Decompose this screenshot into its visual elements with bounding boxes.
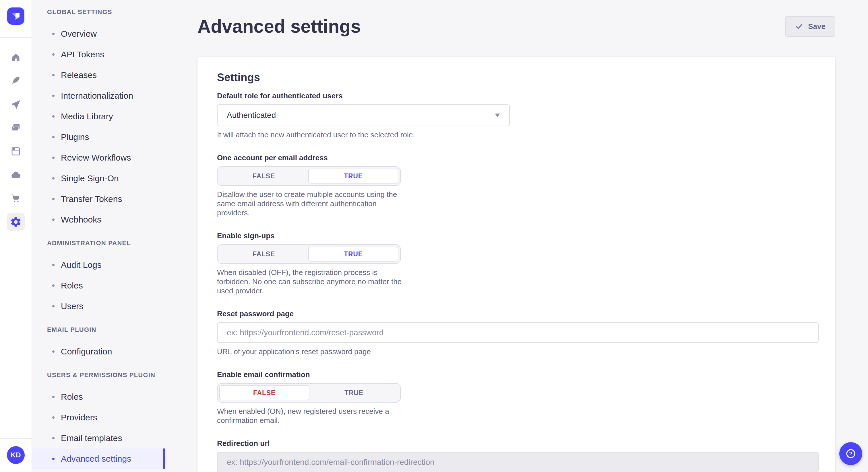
rail-icons bbox=[7, 38, 25, 438]
cloud-icon bbox=[10, 169, 22, 181]
sidebar-item-single-sign-on[interactable]: Single Sign-On bbox=[32, 168, 165, 189]
sidebar-item-releases[interactable]: Releases bbox=[32, 65, 165, 86]
sidebar-item-label: Users bbox=[61, 301, 83, 311]
bullet-icon bbox=[52, 350, 55, 353]
default-role-label: Default role for authenticated users bbox=[217, 91, 818, 100]
bullet-icon bbox=[52, 136, 55, 138]
nav-settings-button[interactable] bbox=[7, 213, 25, 231]
sidebar-section-administration-panel: Administration PanelAudit LogsRolesUsers bbox=[32, 239, 165, 316]
redirection-url-label: Redirection url bbox=[217, 439, 818, 448]
strapi-logo-button[interactable] bbox=[7, 7, 24, 25]
help-button[interactable]: ? bbox=[839, 442, 862, 465]
sidebar-item-advanced-settings[interactable]: Advanced settings bbox=[32, 448, 165, 469]
nav-rail: KD bbox=[0, 0, 32, 472]
bullet-icon bbox=[52, 416, 55, 419]
chevron-down-icon bbox=[495, 113, 500, 117]
content-manager-icon bbox=[10, 75, 22, 87]
sidebar-item-providers[interactable]: Providers bbox=[32, 407, 165, 428]
settings-card: Settings Default role for authenticated … bbox=[197, 57, 835, 472]
one-account-hint: Disallow the user to create multiple acc… bbox=[217, 190, 411, 217]
sidebar-section-title: Administration Panel bbox=[32, 239, 165, 247]
sidebar-item-media-library[interactable]: Media Library bbox=[32, 106, 165, 127]
home-icon bbox=[10, 52, 22, 63]
bullet-icon bbox=[52, 264, 55, 266]
sidebar-item-internationalization[interactable]: Internationalization bbox=[32, 86, 165, 106]
sidebar-item-configuration[interactable]: Configuration bbox=[32, 341, 165, 362]
media-library-icon bbox=[10, 122, 22, 134]
reset-password-input[interactable] bbox=[217, 322, 818, 343]
signups-true-option[interactable]: TRUE bbox=[308, 247, 398, 262]
one-account-true-option[interactable]: TRUE bbox=[308, 169, 398, 183]
bullet-icon bbox=[52, 74, 55, 76]
sidebar-item-label: Media Library bbox=[61, 111, 113, 121]
bullet-icon bbox=[52, 198, 55, 200]
sidebar-item-label: Roles bbox=[61, 392, 83, 402]
default-role-hint: It will attach the new authenticated use… bbox=[217, 130, 818, 139]
card-heading: Settings bbox=[217, 71, 818, 84]
sidebar-item-review-workflows[interactable]: Review Workflows bbox=[32, 147, 165, 168]
email-confirmation-label: Enable email confirmation bbox=[217, 370, 818, 379]
sidebar-item-overview[interactable]: Overview bbox=[32, 24, 165, 44]
default-role-select[interactable]: Authenticated bbox=[217, 104, 510, 126]
sidebar-item-label: Roles bbox=[61, 281, 83, 291]
gear-icon bbox=[10, 216, 22, 228]
signups-false-option[interactable]: FALSE bbox=[219, 247, 308, 262]
sidebar-item-api-tokens[interactable]: API Tokens bbox=[32, 44, 165, 65]
email-confirmation-toggle: FALSE TRUE bbox=[217, 383, 401, 403]
sidebar-item-users[interactable]: Users bbox=[32, 296, 165, 316]
nav-home-button[interactable] bbox=[7, 48, 25, 67]
nav-cloud-button[interactable] bbox=[7, 166, 25, 184]
sidebar-item-label: Transfer Tokens bbox=[61, 194, 122, 204]
one-account-false-option[interactable]: FALSE bbox=[219, 169, 308, 183]
sidebar-item-transfer-tokens[interactable]: Transfer Tokens bbox=[32, 189, 165, 209]
sidebar-section-global-settings: Global SettingsOverviewAPI TokensRelease… bbox=[32, 8, 165, 230]
bullet-icon bbox=[52, 218, 55, 221]
bullet-icon bbox=[52, 157, 55, 159]
sidebar-item-label: Review Workflows bbox=[61, 153, 131, 163]
bullet-icon bbox=[52, 53, 55, 56]
field-signups: Enable sign-ups FALSE TRUE When disabled… bbox=[217, 231, 818, 295]
nav-releases-button[interactable] bbox=[7, 95, 25, 113]
signups-label: Enable sign-ups bbox=[217, 231, 818, 240]
redirection-url-input[interactable] bbox=[217, 452, 818, 472]
default-role-value: Authenticated bbox=[227, 111, 276, 120]
sidebar-item-label: Internationalization bbox=[61, 91, 133, 101]
signups-toggle: FALSE TRUE bbox=[217, 244, 401, 264]
field-reset-password: Reset password page URL of your applicat… bbox=[217, 309, 818, 356]
sidebar-section-title: Users & Permissions plugin bbox=[32, 371, 165, 379]
nav-marketplace-button[interactable] bbox=[7, 189, 25, 208]
sidebar-section-title: Global Settings bbox=[32, 8, 165, 16]
sidebar-item-plugins[interactable]: Plugins bbox=[32, 127, 165, 147]
sidebar-section-email-plugin: Email PluginConfiguration bbox=[32, 326, 165, 362]
sidebar-item-label: Audit Logs bbox=[61, 260, 102, 270]
email-confirmation-false-option[interactable]: FALSE bbox=[219, 385, 309, 400]
email-confirmation-true-option[interactable]: TRUE bbox=[309, 385, 398, 400]
sidebar-item-label: Webhooks bbox=[61, 215, 101, 225]
signups-hint: When disabled (OFF), the registration pr… bbox=[217, 268, 411, 295]
sidebar-sections: Global SettingsOverviewAPI TokensRelease… bbox=[32, 8, 165, 469]
bullet-icon bbox=[52, 458, 55, 460]
sidebar-item-label: Plugins bbox=[61, 132, 89, 142]
bullet-icon bbox=[52, 177, 55, 179]
field-redirection-url: Redirection url bbox=[217, 439, 818, 472]
nav-content-type-builder-button[interactable] bbox=[7, 142, 25, 161]
sidebar-item-email-templates[interactable]: Email templates bbox=[32, 428, 165, 448]
bullet-icon bbox=[52, 396, 55, 398]
nav-content-manager-button[interactable] bbox=[7, 72, 25, 90]
divider bbox=[0, 438, 32, 439]
strapi-logo-icon bbox=[7, 7, 24, 25]
sidebar-item-label: Providers bbox=[61, 413, 97, 423]
page-header: Advanced settings Save bbox=[165, 0, 868, 39]
user-avatar[interactable]: KD bbox=[7, 446, 25, 464]
sidebar-item-roles[interactable]: Roles bbox=[32, 275, 165, 296]
save-button[interactable]: Save bbox=[785, 16, 835, 37]
page-title: Advanced settings bbox=[197, 14, 361, 39]
bullet-icon bbox=[52, 305, 55, 307]
sidebar-item-webhooks[interactable]: Webhooks bbox=[32, 209, 165, 230]
sidebar-item-audit-logs[interactable]: Audit Logs bbox=[32, 255, 165, 275]
sidebar-item-roles[interactable]: Roles bbox=[32, 386, 165, 407]
sidebar-section-users-permissions-plugin: Users & Permissions pluginRolesProviders… bbox=[32, 371, 165, 469]
one-account-toggle: FALSE TRUE bbox=[217, 166, 401, 186]
sidebar-item-label: Overview bbox=[61, 29, 97, 39]
nav-media-library-button[interactable] bbox=[7, 119, 25, 137]
